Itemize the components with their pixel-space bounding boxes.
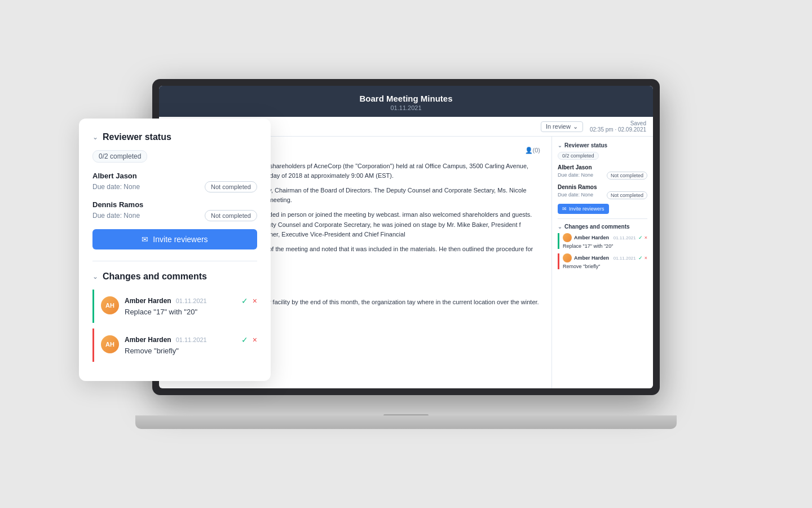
sidebar-comment-actions-1: ✓ × bbox=[638, 235, 647, 240]
comment-header-2: Amber Harden 01.11.2021 ✓ × bbox=[125, 335, 257, 344]
chevron-down-icon[interactable]: ⌄ bbox=[92, 133, 98, 141]
comment-text-2: Remove "briefly" bbox=[125, 347, 257, 355]
sidebar-changes-title[interactable]: ⌄ Changes and comments bbox=[558, 224, 647, 230]
avatar-amber-2: AH bbox=[101, 335, 119, 353]
sidebar-comment-date-1: 01.11.2021 bbox=[614, 235, 636, 240]
comment-date-1: 01.11.2021 bbox=[176, 297, 207, 304]
document-title: Board Meeting Minutes bbox=[170, 94, 642, 103]
sidebar-reject-icon-2[interactable]: × bbox=[645, 255, 647, 261]
sidebar-comment-text-2: Remove "briefly" bbox=[563, 264, 647, 269]
comment-actions-2: ✓ × bbox=[241, 335, 257, 344]
changes-comments-section: ⌄ Changes and comments AH Amber Harden 0… bbox=[92, 271, 257, 362]
sidebar-accept-icon-2[interactable]: ✓ bbox=[638, 255, 643, 261]
comment-actions-1: ✓ × bbox=[241, 296, 257, 305]
person-icon: 👤 bbox=[525, 146, 533, 156]
comment-header-1: Amber Harden 01.11.2021 ✓ × bbox=[125, 296, 257, 305]
reviewer-row-dennis: Due date: None Not completed bbox=[92, 210, 257, 221]
comment-item-1: AH Amber Harden 01.11.2021 ✓ × Replace "… bbox=[92, 290, 257, 323]
sidebar-reviewer-albert: Albert Jason Due date: None Not complete… bbox=[558, 164, 647, 179]
comment-author-1: Amber Harden bbox=[125, 297, 171, 305]
reviewer-status-albert: Not completed bbox=[205, 181, 257, 192]
sidebar-send-icon: ✉ bbox=[562, 206, 567, 212]
reviewer-item-albert: Albert Jason Due date: None Not complete… bbox=[92, 172, 257, 192]
comment-author-2: Amber Harden bbox=[125, 336, 171, 344]
reviewer-due-albert: Due date: None bbox=[92, 183, 140, 191]
sidebar-completion-badge: 0/2 completed bbox=[558, 152, 599, 160]
sidebar-status-dennis: Not completed bbox=[607, 191, 647, 199]
changes-comments-title: Changes and comments bbox=[103, 271, 207, 282]
sidebar-comment-actions-2: ✓ × bbox=[638, 255, 647, 261]
sidebar-reject-icon-1[interactable]: × bbox=[645, 235, 647, 240]
sidebar-reviewer-name-albert: Albert Jason bbox=[558, 164, 647, 170]
sidebar-comment-2: Amber Harden 01.11.2021 ✓ × Remove "brie… bbox=[558, 253, 647, 269]
sidebar-invite-button[interactable]: ✉ Invite reviewers bbox=[558, 204, 609, 214]
sidebar-comment-date-2: 01.11.2021 bbox=[614, 256, 636, 261]
sidebar-comment-1: Amber Harden 01.11.2021 ✓ × Replace "17"… bbox=[558, 233, 647, 249]
comment-date-2: 01.11.2021 bbox=[176, 336, 207, 343]
saved-label: Saved bbox=[590, 120, 646, 126]
sidebar-changes-chevron: ⌄ bbox=[558, 224, 562, 230]
chevron-down-icon: ⌄ bbox=[573, 123, 578, 130]
reviewer-name-albert: Albert Jason bbox=[92, 172, 257, 180]
reviewer-status-dennis: Not completed bbox=[205, 210, 257, 221]
comment-item-2: AH Amber Harden 01.11.2021 ✓ × Remove "b… bbox=[92, 329, 257, 362]
right-sidebar: ⌄ Reviewer status 0/2 completed Albert J… bbox=[551, 137, 653, 388]
accept-icon-2[interactable]: ✓ bbox=[241, 335, 248, 344]
assignees-count: (0) bbox=[533, 146, 540, 156]
avatar-amber-1: AH bbox=[101, 296, 119, 314]
sidebar-comment-header-2: Amber Harden 01.11.2021 ✓ × bbox=[563, 253, 647, 262]
reviewer-panel: ⌄ Reviewer status 0/2 completed Albert J… bbox=[79, 119, 271, 381]
status-label: In review bbox=[546, 123, 571, 130]
reviewer-due-dennis: Due date: None bbox=[92, 212, 140, 220]
saved-info: Saved 02:35 pm · 02.09.2021 bbox=[590, 120, 646, 133]
sidebar-chevron-icon: ⌄ bbox=[558, 143, 562, 148]
reviewer-item-dennis: Dennis Ramos Due date: None Not complete… bbox=[92, 200, 257, 221]
reviewer-status-section: ⌄ Reviewer status 0/2 completed Albert J… bbox=[92, 132, 257, 249]
sidebar-divider bbox=[558, 218, 647, 219]
reviewer-name-dennis: Dennis Ramos bbox=[92, 200, 257, 209]
sidebar-avatar-2 bbox=[563, 253, 572, 262]
document-date: 01.11.2021 bbox=[170, 104, 642, 111]
sidebar-accept-icon-1[interactable]: ✓ bbox=[638, 235, 643, 240]
comment-text-1: Replace "17" with "20" bbox=[125, 308, 257, 316]
sidebar-reviewer-due-dennis: Due date: None bbox=[558, 192, 593, 198]
sidebar-reviewer-dennis: Dennis Ramos Due date: None Not complete… bbox=[558, 184, 647, 199]
sidebar-comment-text-1: Replace "17" with "20" bbox=[563, 243, 647, 249]
send-icon: ✉ bbox=[142, 235, 148, 244]
comment-body-2: Amber Harden 01.11.2021 ✓ × Remove "brie… bbox=[125, 335, 257, 355]
sidebar-comment-author-1: Amber Harden bbox=[574, 235, 611, 240]
sidebar-comment-author-2: Amber Harden bbox=[574, 255, 611, 261]
sidebar-comment-header-1: Amber Harden 01.11.2021 ✓ × bbox=[563, 233, 647, 242]
accept-icon-1[interactable]: ✓ bbox=[241, 296, 248, 305]
sidebar-avatar-1 bbox=[563, 233, 572, 242]
saved-time: 02:35 pm · 02.09.2021 bbox=[590, 126, 646, 133]
document-header: Board Meeting Minutes 01.11.2021 bbox=[159, 86, 653, 117]
changes-section-header: ⌄ Changes and comments bbox=[92, 271, 257, 282]
panel-divider bbox=[92, 261, 257, 261]
sidebar-reviewer-label: Reviewer status bbox=[564, 142, 607, 148]
reviewer-row-albert: Due date: None Not completed bbox=[92, 181, 257, 192]
invite-button-label: Invite reviewers bbox=[153, 235, 208, 244]
reject-icon-1[interactable]: × bbox=[253, 296, 257, 305]
sidebar-reviewer-name-dennis: Dennis Ramos bbox=[558, 184, 647, 190]
sidebar-reviewer-due-albert: Due date: None bbox=[558, 172, 593, 178]
changes-chevron-icon[interactable]: ⌄ bbox=[92, 273, 98, 281]
sidebar-changes-label: Changes and comments bbox=[564, 224, 630, 230]
completion-badge: 0/2 completed bbox=[92, 150, 147, 163]
reviewer-status-title: Reviewer status bbox=[103, 132, 171, 142]
status-dropdown[interactable]: In review ⌄ bbox=[541, 121, 583, 132]
sidebar-invite-label: Invite reviewers bbox=[569, 206, 604, 212]
sidebar-reviewer-title[interactable]: ⌄ Reviewer status bbox=[558, 142, 647, 148]
invite-reviewers-button[interactable]: ✉ Invite reviewers bbox=[92, 229, 257, 249]
laptop-base bbox=[135, 415, 677, 429]
sidebar-status-albert: Not completed bbox=[607, 172, 647, 179]
reviewer-section-header: ⌄ Reviewer status bbox=[92, 132, 257, 142]
reject-icon-2[interactable]: × bbox=[253, 335, 257, 344]
comment-body-1: Amber Harden 01.11.2021 ✓ × Replace "17"… bbox=[125, 296, 257, 316]
